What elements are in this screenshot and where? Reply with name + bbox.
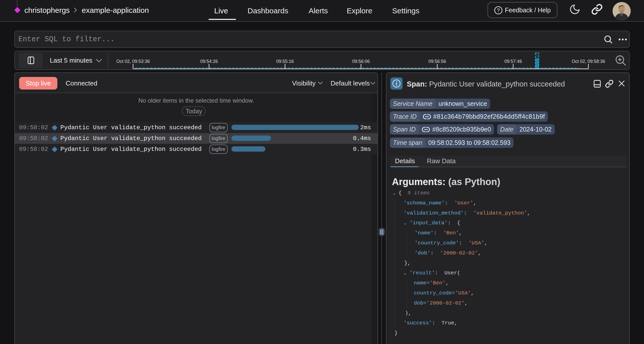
svg-text:09:57:46: 09:57:46 [504,59,522,64]
svg-text:09:54:26: 09:54:26 [200,59,218,64]
svg-text:09:56:06: 09:56:06 [352,59,370,64]
svg-text:Oct 02, 09:53:36: Oct 02, 09:53:36 [116,59,150,64]
svg-text:09:55:16: 09:55:16 [276,59,294,64]
svg-text:09:56:56: 09:56:56 [428,59,446,64]
svg-text:?: ? [497,7,500,13]
svg-text:Oct 02, 09:58:36: Oct 02, 09:58:36 [572,59,605,64]
